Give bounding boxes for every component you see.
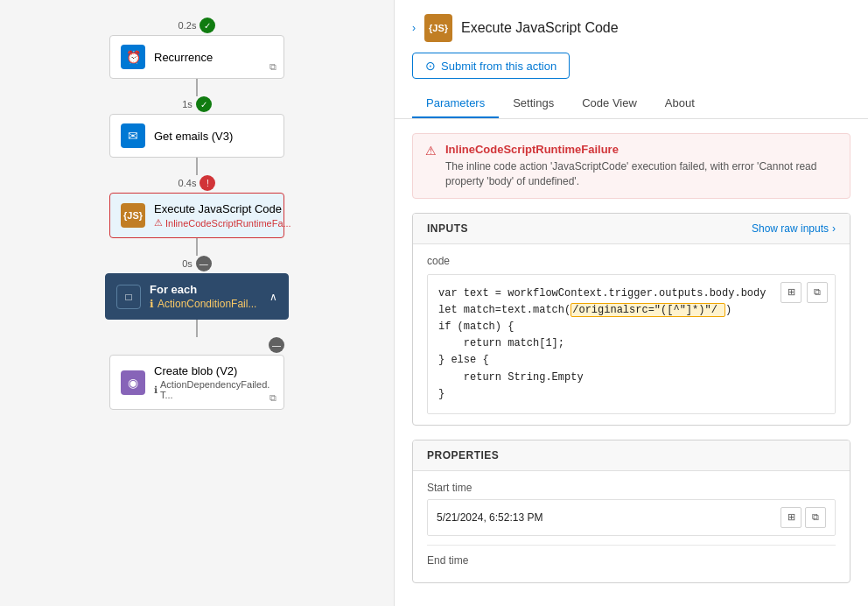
create-blob-error: ℹ ActionDependencyFailed. T... xyxy=(154,379,273,400)
code-highlight: /originalsrc="([^"]*)"/ xyxy=(570,303,725,317)
connector-3 xyxy=(196,238,198,256)
code-line-5: } else { xyxy=(438,352,824,369)
connector-2 xyxy=(196,158,198,175)
code-grid-btn[interactable]: ⊞ xyxy=(780,282,802,303)
left-panel: 0.2s ✓ ⏰ Recurrence ⧉ 1s ✓ ✉ Get emails … xyxy=(0,0,394,606)
action-icon: {JS} xyxy=(424,14,452,42)
execute-js-error: ⚠ InlineCodeScriptRuntimeFa... xyxy=(154,217,291,229)
code-toolbar: ⊞ ⧉ xyxy=(780,282,828,303)
error-banner-message: The inline code action 'JavaScriptCode' … xyxy=(445,159,837,189)
inputs-section-title: INPUTS xyxy=(427,222,468,235)
connector-1 xyxy=(196,79,198,96)
step-wrapper-for-each: 0s — □ For each ℹ ActionConditionFail...… xyxy=(105,256,289,320)
start-time-value-box: 5/21/2024, 6:52:13 PM ⊞ ⧉ xyxy=(427,499,836,536)
code-line-2: let match=text.match(/originalsrc="([^"]… xyxy=(438,302,824,319)
recurrence-icon: ⏰ xyxy=(121,45,145,69)
properties-section-body: Start time 5/21/2024, 6:52:13 PM ⊞ ⧉ End… xyxy=(413,471,850,582)
step-wrapper-get-emails: 1s ✓ ✉ Get emails (V3) xyxy=(109,96,284,158)
for-each-icon: □ xyxy=(116,285,141,309)
get-emails-icon: ✉ xyxy=(121,123,145,148)
copy-icon-recurrence[interactable]: ⧉ xyxy=(270,61,276,73)
inputs-section: INPUTS Show raw inputs › code ⊞ ⧉ var te… xyxy=(412,213,850,426)
step-badge-recurrence: 0.2s ✓ xyxy=(178,18,216,33)
step-wrapper-execute-js: 0.4s ! {JS} Execute JavaScript Code ⚠ In… xyxy=(109,175,284,238)
end-time-label: End time xyxy=(427,554,836,567)
start-time-label: Start time xyxy=(427,482,836,494)
skip-badge-for-each: — xyxy=(196,256,212,271)
step-card-get-emails[interactable]: ✉ Get emails (V3) xyxy=(109,114,284,158)
success-badge-recurrence: ✓ xyxy=(200,18,215,33)
copy-icon-create-blob[interactable]: ⧉ xyxy=(270,392,276,404)
step-badge-for-each: 0s — xyxy=(182,256,212,271)
right-content: ⚠ InlineCodeScriptRuntimeFailure The inl… xyxy=(395,119,868,606)
right-panel: › {JS} Execute JavaScript Code ⊙ Submit … xyxy=(394,0,868,606)
step-wrapper-recurrence: 0.2s ✓ ⏰ Recurrence ⧉ xyxy=(109,18,284,79)
code-line-3: if (match) { xyxy=(438,319,824,335)
recurrence-timing: 0.2s xyxy=(178,20,197,31)
recurrence-content: Recurrence xyxy=(154,51,273,64)
step-badge-create-blob: — xyxy=(109,337,284,353)
error-warning-icon: ⚠ xyxy=(154,217,163,229)
properties-section-title: PROPERTIES xyxy=(427,449,499,462)
step-card-for-each[interactable]: □ For each ℹ ActionConditionFail... ∧ xyxy=(105,273,289,320)
execute-js-content: Execute JavaScript Code ⚠ InlineCodeScri… xyxy=(154,202,291,229)
error-banner-icon: ⚠ xyxy=(425,144,437,189)
inputs-section-body: code ⊞ ⧉ var text = workflowContext.trig… xyxy=(413,244,850,425)
start-time-value: 5/21/2024, 6:52:13 PM xyxy=(437,511,542,524)
divider xyxy=(427,545,836,546)
step-card-execute-js[interactable]: {JS} Execute JavaScript Code ⚠ InlineCod… xyxy=(109,193,284,238)
show-raw-label: Show raw inputs xyxy=(752,222,829,235)
tab-parameters[interactable]: Parameters xyxy=(412,89,499,118)
error-banner: ⚠ InlineCodeScriptRuntimeFailure The inl… xyxy=(412,133,850,199)
inputs-section-header: INPUTS Show raw inputs › xyxy=(413,214,850,244)
submit-label: Submit from this action xyxy=(441,60,556,73)
connector-4 xyxy=(196,320,198,337)
properties-section: PROPERTIES Start time 5/21/2024, 6:52:13… xyxy=(412,440,850,583)
execute-js-subtitle: InlineCodeScriptRuntimeFa... xyxy=(165,218,291,229)
tabs: Parameters Settings Code View About xyxy=(412,89,850,118)
for-each-subtitle: ℹ ActionConditionFail... xyxy=(150,298,261,310)
execute-js-icon: {JS} xyxy=(121,203,145,228)
flow-container: 0.2s ✓ ⏰ Recurrence ⧉ 1s ✓ ✉ Get emails … xyxy=(18,18,376,410)
start-time-copy-btn[interactable]: ⧉ xyxy=(805,507,826,528)
step-badge-execute-js: 0.4s ! xyxy=(178,175,216,191)
step-wrapper-create-blob: — ◉ Create blob (V2) ℹ ActionDependencyF… xyxy=(109,337,284,410)
code-copy-btn[interactable]: ⧉ xyxy=(807,282,828,303)
info-icon-create-blob: ℹ xyxy=(154,384,158,396)
submit-button[interactable]: ⊙ Submit from this action xyxy=(412,53,570,79)
create-blob-title: Create blob (V2) xyxy=(154,364,273,377)
code-line-4: return match[1]; xyxy=(438,335,824,352)
create-blob-content: Create blob (V2) ℹ ActionDependencyFaile… xyxy=(154,364,273,400)
start-time-actions: ⊞ ⧉ xyxy=(780,507,826,528)
step-card-recurrence[interactable]: ⏰ Recurrence ⧉ xyxy=(109,35,284,79)
chevron-up-icon[interactable]: ∧ xyxy=(270,291,277,303)
properties-section-header: PROPERTIES xyxy=(413,440,850,471)
code-line-7: } xyxy=(438,386,824,403)
tab-settings[interactable]: Settings xyxy=(499,89,568,118)
submit-icon: ⊙ xyxy=(425,59,436,73)
for-each-error-text: ActionConditionFail... xyxy=(158,298,256,310)
execute-js-timing: 0.4s xyxy=(178,178,197,188)
create-blob-icon: ◉ xyxy=(121,370,145,395)
code-line-1: var text = workflowContext.trigger.outpu… xyxy=(438,285,824,302)
action-title: Execute JavaScript Code xyxy=(461,20,619,36)
show-raw-chevron: › xyxy=(832,222,836,235)
recurrence-title: Recurrence xyxy=(154,51,273,64)
start-time-grid-btn[interactable]: ⊞ xyxy=(780,507,802,528)
success-badge-get-emails: ✓ xyxy=(196,96,212,112)
error-badge-execute-js: ! xyxy=(200,175,215,191)
for-each-title: For each xyxy=(150,283,261,296)
for-each-timing: 0s xyxy=(182,258,192,269)
tab-about[interactable]: About xyxy=(651,89,709,118)
for-each-content: For each ℹ ActionConditionFail... xyxy=(150,283,261,310)
show-raw-inputs[interactable]: Show raw inputs › xyxy=(752,222,836,235)
step-card-create-blob[interactable]: ◉ Create blob (V2) ℹ ActionDependencyFai… xyxy=(109,355,284,410)
expand-button[interactable]: › xyxy=(412,22,416,34)
get-emails-title: Get emails (V3) xyxy=(154,130,273,143)
right-header-top: › {JS} Execute JavaScript Code xyxy=(412,14,850,42)
step-badge-get-emails: 1s ✓ xyxy=(182,96,212,112)
tab-code-view[interactable]: Code View xyxy=(568,89,651,118)
create-blob-subtitle: ActionDependencyFailed. T... xyxy=(160,379,273,400)
right-header: › {JS} Execute JavaScript Code ⊙ Submit … xyxy=(395,0,868,119)
skip-badge-create-blob: — xyxy=(269,337,284,353)
